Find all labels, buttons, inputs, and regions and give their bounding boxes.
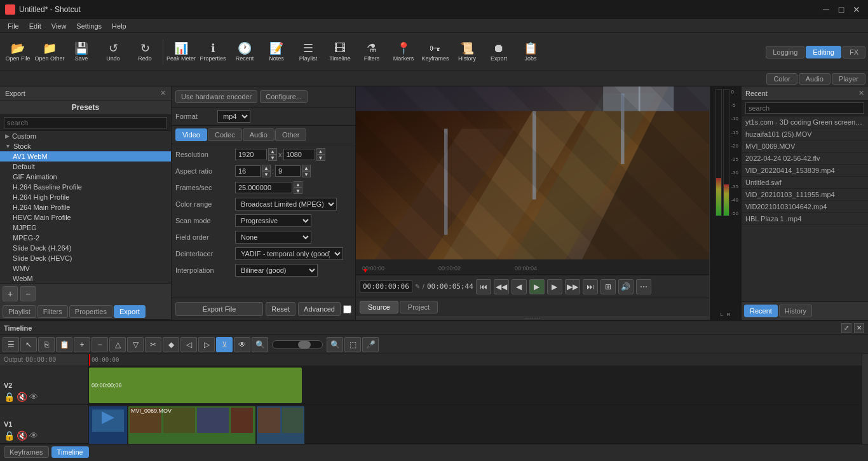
recent-item-6[interactable]: VID_20210103_111955.mp4 [742, 189, 868, 201]
asp-w-down[interactable]: ▼ [262, 171, 271, 177]
res-h-up[interactable]: ▲ [316, 148, 325, 155]
timeline-button[interactable]: 🎞 Timeline [325, 35, 355, 69]
properties-button[interactable]: ℹ Properties [198, 35, 228, 69]
add-preset-button[interactable]: + [3, 286, 18, 301]
tl-back-button[interactable]: ◁ [180, 337, 197, 352]
tl-menu-button[interactable]: ☰ [3, 337, 19, 352]
scan-mode-select[interactable]: Progressive [235, 214, 311, 227]
recent-item-4[interactable]: VID_20220414_153839.mp4 [742, 165, 868, 177]
close-button[interactable]: ✕ [850, 3, 863, 16]
timeline-tab[interactable]: Timeline [51, 446, 89, 458]
tree-item-slidehevc[interactable]: Slide Deck (HEVC) [0, 253, 171, 263]
res-w-up[interactable]: ▲ [268, 148, 277, 155]
prev-frame-button[interactable]: ◀ [512, 279, 527, 294]
field-order-select[interactable]: None [235, 231, 311, 244]
tree-item-stock[interactable]: ▼ Stock [0, 141, 171, 151]
export-file-button[interactable]: Export File [175, 302, 263, 316]
interpolation-select[interactable]: Bilinear (good) [235, 264, 318, 277]
tree-item-wmv[interactable]: WMV [0, 263, 171, 273]
open-file-button[interactable]: 📂 Open File [3, 35, 33, 69]
tl-zoomin-button[interactable]: 🔍 [252, 337, 268, 352]
timeline-scrollbar[interactable] [862, 354, 868, 444]
res-h-down[interactable]: ▼ [316, 155, 325, 161]
maximize-button[interactable]: □ [835, 3, 848, 16]
remove-preset-button[interactable]: − [20, 286, 36, 301]
more-button[interactable]: ⋯ [636, 279, 651, 294]
recent-item-5[interactable]: Untitled.swf [742, 177, 868, 189]
tab-properties[interactable]: Properties [69, 305, 112, 318]
tree-item-hevc[interactable]: HEVC Main Profile [0, 212, 171, 223]
menu-file[interactable]: File [3, 21, 24, 31]
tree-item-custom[interactable]: ▶ Custom [0, 131, 171, 141]
tl-snap-button[interactable]: ⊻ [216, 337, 233, 352]
format-select[interactable]: mp4 [217, 110, 250, 123]
keyframes-tab[interactable]: Keyframes [4, 446, 49, 458]
tl-paste-button[interactable]: 📋 [56, 337, 72, 352]
logging-mode-button[interactable]: Logging [766, 46, 804, 58]
tl-lift-button[interactable]: △ [109, 337, 126, 352]
redo-button[interactable]: ↻ Redo [130, 35, 160, 69]
tl-zoom-slider[interactable] [272, 340, 323, 349]
playlist-button[interactable]: ☰ Playlist [293, 35, 323, 69]
set-in-button[interactable]: ⏮ [476, 279, 491, 294]
timecode-edit-icon[interactable]: ✎ [415, 283, 420, 290]
advanced-button[interactable]: Advanced [298, 302, 341, 316]
recent-item-7[interactable]: VID20210103104642.mp4 [742, 201, 868, 213]
tree-item-h264main[interactable]: H.264 Main Profile [0, 202, 171, 212]
menu-edit[interactable]: Edit [24, 21, 46, 31]
tree-item-h264base[interactable]: H.264 Baseline Profile [0, 182, 171, 192]
v2-mute-icon[interactable]: 🔇 [17, 392, 27, 402]
fps-down[interactable]: ▼ [294, 188, 302, 194]
save-button[interactable]: 💾 Save [66, 35, 97, 69]
keyframes-button[interactable]: 🗝 Keyframes [420, 35, 451, 69]
source-tab[interactable]: Source [360, 301, 398, 313]
tree-item-av1webm[interactable]: AV1 WebM [0, 151, 171, 162]
tl-forward-button[interactable]: ▷ [198, 337, 215, 352]
tl-mic-button[interactable]: 🎤 [362, 337, 379, 352]
menu-settings[interactable]: Settings [71, 21, 107, 31]
filters-button[interactable]: ⚗ Filters [356, 35, 387, 69]
minimize-button[interactable]: ─ [820, 3, 832, 16]
v2-clip[interactable]: 00:00:00;06 [89, 368, 302, 403]
tab-export[interactable]: Export [114, 305, 146, 318]
configure-button[interactable]: Configure... [260, 90, 308, 103]
v1-track-row[interactable]: MVI_0069.MOV [89, 405, 862, 444]
play-button[interactable]: ▶ [529, 279, 545, 294]
fast-fwd-button[interactable]: ▶▶ [565, 279, 580, 294]
history-tab-button[interactable]: History [779, 305, 812, 317]
recent-item-0[interactable]: yt1s.com - 3D coding Green screen video_… [742, 116, 868, 128]
tree-item-h264high[interactable]: H.264 High Profile [0, 192, 171, 202]
asp-h-down[interactable]: ▼ [302, 171, 311, 177]
reset-button[interactable]: Reset [266, 302, 295, 316]
editing-mode-button[interactable]: Editing [806, 46, 841, 58]
tl-split-button[interactable]: ✂ [145, 337, 161, 352]
aspect-h-input[interactable] [275, 165, 301, 177]
close-export-icon[interactable]: ✕ [160, 89, 166, 97]
set-out-button[interactable]: ⏭ [583, 279, 598, 294]
undo-button[interactable]: ↺ Undo [98, 35, 128, 69]
fps-input[interactable] [235, 182, 292, 193]
v2-hide-icon[interactable]: 👁 [29, 392, 38, 402]
markers-button[interactable]: 📍 Markers [388, 35, 419, 69]
tab-filters[interactable]: Filters [37, 305, 68, 318]
color-range-select[interactable]: Broadcast Limited (MPEG) [235, 198, 337, 210]
rewind-button[interactable]: ◀◀ [494, 279, 509, 294]
deinterlacer-select[interactable]: YADIF - temporal only (good) [235, 247, 343, 260]
recent-button[interactable]: 🕐 Recent [229, 35, 260, 69]
export-button[interactable]: ⏺ Export [484, 35, 514, 69]
res-w-down[interactable]: ▼ [268, 155, 277, 161]
video-tab-audio[interactable]: Audio [243, 128, 275, 141]
fx-mode-button[interactable]: FX [843, 46, 865, 58]
v1-mute-icon[interactable]: 🔇 [17, 430, 27, 441]
hw-encoder-button[interactable]: Use hardware encoder [175, 90, 257, 103]
v1-main-clip[interactable]: MVI_0069.MOV [128, 406, 255, 444]
asp-w-up[interactable]: ▲ [262, 165, 271, 171]
menu-help[interactable]: Help [107, 21, 132, 31]
resolution-width-input[interactable] [235, 149, 267, 160]
history-toolbar-button[interactable]: 📜 History [452, 35, 482, 69]
tl-marker-button[interactable]: ◆ [163, 337, 179, 352]
tree-item-slide264[interactable]: Slide Deck (H.264) [0, 243, 171, 253]
tl-select-button[interactable]: ↖ [20, 337, 37, 352]
v2-lock-icon[interactable]: 🔒 [4, 392, 15, 402]
advanced-checkbox[interactable] [343, 305, 351, 313]
